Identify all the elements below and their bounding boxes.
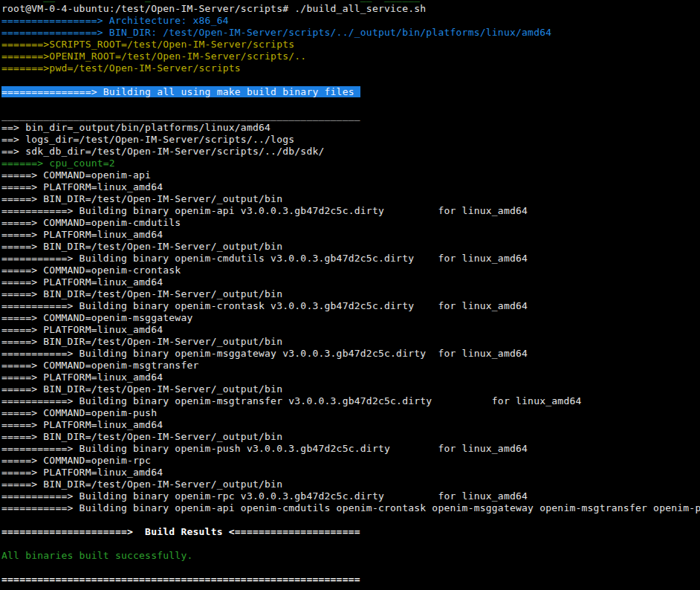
- terminal-text: =====> BIN_DIR=/test/Open-IM-Server/_out…: [1, 193, 282, 204]
- terminal-text: ________________________________________…: [1, 110, 360, 121]
- terminal-line: =====> PLATFORM=linux_amd64: [1, 181, 700, 193]
- terminal-text: ======> cpu_count=2: [1, 158, 115, 169]
- terminal-line: =====> BIN_DIR=/test/Open-IM-Server/_out…: [1, 431, 700, 443]
- terminal-line: =====> COMMAND=openim-msgtransfer: [1, 360, 700, 372]
- terminal-text: ===========> Building binary openim-msgt…: [1, 395, 582, 406]
- terminal-line: =====> COMMAND=openim-push: [1, 407, 700, 419]
- terminal-line: =====> COMMAND=openim-rpc: [1, 455, 700, 467]
- terminal-line: =====> PLATFORM=linux_amd64: [1, 324, 700, 336]
- terminal-line: ===========> Building binary openim-msgt…: [1, 395, 700, 407]
- terminal-text: =======>SCRIPTS_ROOT=/test/Open-IM-Serve…: [1, 39, 294, 50]
- terminal-line: ===========> Building binary openim-push…: [1, 443, 700, 455]
- terminal-line: ===========> Building binary openim-msgg…: [1, 348, 700, 360]
- terminal-line: ________________________________________…: [1, 110, 700, 122]
- terminal-text: =====> PLATFORM=linux_amd64: [1, 372, 163, 383]
- terminal-text: =====> COMMAND=openim-cmdutils: [1, 217, 181, 228]
- terminal-line: [1, 514, 700, 526]
- terminal-line: root@VM-0-4-ubuntu:/test/Open-IM-Server/…: [1, 3, 700, 15]
- terminal-text: =====> COMMAND=openim-msgtransfer: [1, 360, 199, 371]
- terminal-text: =====> PLATFORM=linux_amd64: [1, 276, 163, 288]
- terminal-line: [1, 562, 700, 574]
- terminal-line: ==> bin_dir=_output/bin/platforms/linux/…: [1, 122, 700, 134]
- selected-text: ===============> Building all using make…: [1, 86, 360, 97]
- terminal-text: ===========> Building binary openim-push…: [1, 443, 528, 454]
- terminal-text: ===========> Building binary openim-rpc …: [1, 490, 528, 502]
- terminal-text: =====> BIN_DIR=/test/Open-IM-Server/_out…: [1, 336, 282, 347]
- terminal-output: __ _ __ ______ ============ ===root@VM-0…: [0, 0, 700, 586]
- terminal-text: =====> COMMAND=openim-msggateway: [1, 312, 193, 323]
- terminal-line: =====> BIN_DIR=/test/Open-IM-Server/_out…: [1, 193, 700, 205]
- terminal-line: =====> COMMAND=openim-crontask: [1, 265, 700, 276]
- terminal-text: =====================> Build Results <==…: [1, 526, 360, 537]
- terminal-line: [1, 74, 700, 86]
- terminal-line: =====> PLATFORM=linux_amd64: [1, 276, 700, 288]
- terminal-text: __ _ __ ______: [1, 0, 420, 2]
- terminal-line: [1, 538, 700, 550]
- terminal-text: =====> PLATFORM=linux_amd64: [1, 229, 163, 240]
- terminal-text: ===========> Building binary openim-msgg…: [1, 348, 528, 359]
- terminal-text: ==> bin_dir=_output/bin/platforms/linux/…: [1, 122, 270, 133]
- terminal-text: =====> COMMAND=openim-push: [1, 407, 157, 418]
- terminal-text: =====> PLATFORM=linux_amd64: [1, 467, 163, 478]
- terminal-text: =====> BIN_DIR=/test/Open-IM-Server/_out…: [1, 479, 282, 490]
- terminal-line: =======>pwd=/test/Open-IM-Server/scripts: [1, 62, 700, 74]
- terminal-line: =======>OPENIM_ROOT=/test/Open-IM-Server…: [1, 51, 700, 62]
- terminal-line: =====> PLATFORM=linux_amd64: [1, 372, 700, 383]
- terminal-line: =====> BIN_DIR=/test/Open-IM-Server/_out…: [1, 383, 700, 395]
- terminal-text: =====> BIN_DIR=/test/Open-IM-Server/_out…: [1, 241, 282, 252]
- terminal-line: ================> Architecture: x86_64: [1, 15, 700, 27]
- terminal-line: =====> BIN_DIR=/test/Open-IM-Server/_out…: [1, 336, 700, 348]
- terminal-text: ===========> Building binary openim-api …: [1, 502, 700, 513]
- terminal-line: [1, 98, 700, 110]
- terminal-line: =====> COMMAND=openim-cmdutils: [1, 217, 700, 229]
- terminal-line: ===========> Building binary openim-api …: [1, 502, 700, 514]
- terminal-text: =====> BIN_DIR=/test/Open-IM-Server/_out…: [1, 383, 282, 395]
- terminal-line: =====================> Build Results <==…: [1, 526, 700, 538]
- terminal-text: ===========> Building binary openim-api …: [1, 205, 528, 216]
- terminal-text: ================> Architecture: x86_64: [1, 15, 229, 26]
- terminal-line: ======> cpu_count=2: [1, 158, 700, 169]
- terminal-text: ============ ===: [420, 0, 695, 2]
- terminal-line: =====> PLATFORM=linux_amd64: [1, 419, 700, 431]
- terminal-text: ========================================…: [1, 574, 360, 585]
- terminal-line: ===============> Building all using make…: [1, 86, 700, 98]
- terminal-text: =====> PLATFORM=linux_amd64: [1, 181, 163, 192]
- terminal-text: ==> sdk_db_dir=/test/Open-IM-Server/scri…: [1, 146, 325, 157]
- terminal-text: =====> COMMAND=openim-crontask: [1, 265, 181, 276]
- terminal-text: =======>pwd=/test/Open-IM-Server/scripts: [1, 62, 241, 74]
- terminal-line: ================> BIN_DIR: /test/Open-IM…: [1, 27, 700, 39]
- terminal-text: =====> BIN_DIR=/test/Open-IM-Server/_out…: [1, 431, 282, 442]
- terminal-text: =====> BIN_DIR=/test/Open-IM-Server/_out…: [1, 288, 282, 299]
- terminal-line: ==> sdk_db_dir=/test/Open-IM-Server/scri…: [1, 146, 700, 158]
- terminal-line: =====> BIN_DIR=/test/Open-IM-Server/_out…: [1, 479, 700, 490]
- terminal-line: ===========> Building binary openim-api …: [1, 205, 700, 217]
- terminal-line: =====> COMMAND=openim-api: [1, 169, 700, 181]
- terminal-line: =====> COMMAND=openim-msggateway: [1, 312, 700, 324]
- terminal-line: =======>SCRIPTS_ROOT=/test/Open-IM-Serve…: [1, 39, 700, 51]
- terminal-text: =======>OPENIM_ROOT=/test/Open-IM-Server…: [1, 51, 306, 62]
- terminal-line: ==> logs_dir=/test/Open-IM-Server/script…: [1, 134, 700, 146]
- terminal-text: =====> COMMAND=openim-rpc: [1, 455, 151, 466]
- terminal-line: ===========> Building binary openim-cmdu…: [1, 253, 700, 265]
- terminal-line: ===========> Building binary openim-cron…: [1, 300, 700, 312]
- terminal-text: ================> BIN_DIR: /test/Open-IM…: [1, 27, 551, 38]
- terminal-line: =====> BIN_DIR=/test/Open-IM-Server/_out…: [1, 288, 700, 300]
- terminal-line: =====> BIN_DIR=/test/Open-IM-Server/_out…: [1, 241, 700, 253]
- terminal-line: All binaries built successfully.: [1, 550, 700, 562]
- terminal-text: =====> PLATFORM=linux_amd64: [1, 419, 163, 430]
- terminal-line: =====> PLATFORM=linux_amd64: [1, 229, 700, 241]
- terminal-text: =====> COMMAND=openim-api: [1, 169, 151, 181]
- terminal-line: =====> PLATFORM=linux_amd64: [1, 467, 700, 479]
- terminal-line: ========================================…: [1, 574, 700, 586]
- terminal-text: ==> logs_dir=/test/Open-IM-Server/script…: [1, 134, 294, 145]
- terminal-line: ===========> Building binary openim-rpc …: [1, 490, 700, 502]
- terminal-text: ===========> Building binary openim-cmdu…: [1, 253, 528, 264]
- terminal-text: =====> PLATFORM=linux_amd64: [1, 324, 163, 335]
- terminal-text: root@VM-0-4-ubuntu:/test/Open-IM-Server/…: [1, 3, 426, 14]
- terminal-text: All binaries built successfully.: [1, 550, 193, 561]
- terminal-text: ===========> Building binary openim-cron…: [1, 300, 528, 311]
